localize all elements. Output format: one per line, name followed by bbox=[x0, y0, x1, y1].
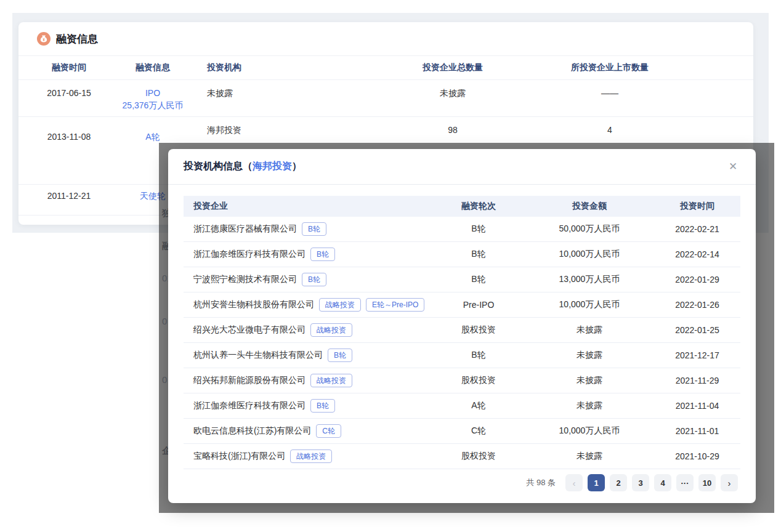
pagination-total: 共 98 条 bbox=[526, 477, 556, 488]
modal-title-paren-close: ） bbox=[292, 161, 302, 171]
column-header: 投资时间 bbox=[654, 201, 740, 212]
company-name-link[interactable]: 宝略科技(浙江)有限公司 bbox=[193, 451, 285, 462]
round-tag: 战略投资 bbox=[310, 374, 352, 387]
column-header: 投资企业 bbox=[184, 201, 432, 212]
round-tag: 战略投资 bbox=[319, 298, 361, 312]
table-row: 宝略科技(浙江)有限公司战略投资股权投资未披露2021-10-29 bbox=[184, 444, 740, 469]
company-name-link[interactable]: 欧电云信息科技(江苏)有限公司 bbox=[193, 425, 311, 437]
amount-cell: 未披露 bbox=[525, 451, 654, 462]
round-tag: B轮 bbox=[310, 399, 335, 413]
column-header: 投资金额 bbox=[525, 201, 654, 212]
next-page-button[interactable]: › bbox=[721, 474, 738, 491]
company-cell: 绍兴光大芯业微电子有限公司战略投资 bbox=[184, 323, 432, 337]
amount-cell: 未披露 bbox=[525, 350, 654, 361]
date-cell: 2022-01-26 bbox=[654, 300, 740, 310]
financing-round-link[interactable]: 25,376万人民币 bbox=[121, 99, 185, 111]
date-cell: 2021-11-04 bbox=[654, 401, 740, 411]
more-pages-button[interactable]: ··· bbox=[676, 474, 694, 491]
card-title-row: 融资信息 bbox=[18, 22, 753, 55]
date-cell: 2022-01-25 bbox=[654, 325, 740, 335]
page-button[interactable]: 10 bbox=[698, 474, 716, 491]
modal-title-paren-open: （ bbox=[243, 161, 253, 171]
current-page-button[interactable]: 1 bbox=[588, 474, 605, 491]
date-cell: 2021-11-29 bbox=[654, 376, 740, 385]
amount-cell: 10,000万人民币 bbox=[525, 249, 654, 260]
column-header: 融资信息 bbox=[119, 56, 186, 79]
pagination-buttons: ‹1234···10› bbox=[565, 474, 738, 491]
financing-round-link[interactable]: IPO bbox=[121, 87, 185, 99]
table-row: 绍兴光大芯业微电子有限公司战略投资股权投资未披露2022-01-25 bbox=[184, 318, 740, 343]
date-cell: 2021-12-17 bbox=[654, 350, 740, 360]
financing-info-cell: IPO25,376万人民币 bbox=[119, 80, 186, 116]
investor-org-cell[interactable]: 未披露 bbox=[186, 80, 363, 116]
modal-title-text: 投资机构信息 bbox=[184, 161, 243, 171]
round-cell: B轮 bbox=[432, 224, 525, 235]
table-row: 宁波熙宁检测技术有限公司B轮B轮13,000万人民币2022-01-29 bbox=[184, 267, 740, 292]
financing-table-header: 融资时间融资信息投资机构投资企业总数量所投资企业上市数量 bbox=[18, 55, 753, 80]
amount-cell: 未披露 bbox=[525, 375, 654, 386]
card-title: 融资信息 bbox=[56, 32, 98, 46]
financing-round-link[interactable]: A轮 bbox=[121, 131, 185, 143]
company-name-link[interactable]: 绍兴光大芯业微电子有限公司 bbox=[193, 324, 306, 336]
financing-time-cell: 2013-11-08 bbox=[18, 117, 119, 184]
modal-body: 投资企业融资轮次投资金额投资时间 浙江德康医疗器械有限公司B轮B轮50,000万… bbox=[168, 185, 756, 491]
modal-header: 投资机构信息（海邦投资） ✕ bbox=[168, 149, 756, 185]
company-name-link[interactable]: 浙江德康医疗器械有限公司 bbox=[193, 224, 297, 235]
company-cell: 绍兴拓邦新能源股份有限公司战略投资 bbox=[184, 374, 432, 387]
amount-cell: 未披露 bbox=[525, 400, 654, 411]
round-tag: C轮 bbox=[316, 424, 341, 438]
company-name-link[interactable]: 浙江伽奈维医疗科技有限公司 bbox=[193, 249, 306, 260]
company-cell: 宝略科技(浙江)有限公司战略投资 bbox=[184, 449, 432, 463]
table-row: 杭州认养一头牛生物科技有限公司B轮B轮未披露2021-12-17 bbox=[184, 343, 740, 368]
round-tag: 战略投资 bbox=[290, 449, 332, 463]
page-button[interactable]: 3 bbox=[632, 474, 649, 491]
amount-cell: 50,000万人民币 bbox=[525, 224, 654, 235]
column-header: 融资轮次 bbox=[432, 201, 525, 212]
round-cell: B轮 bbox=[432, 249, 525, 260]
company-cell: 浙江伽奈维医疗科技有限公司B轮 bbox=[184, 399, 432, 413]
investment-table-header: 投资企业融资轮次投资金额投资时间 bbox=[184, 196, 740, 217]
round-cell: C轮 bbox=[432, 425, 525, 437]
column-header: 所投资企业上市数量 bbox=[542, 56, 678, 79]
listed-companies-cell: —— bbox=[542, 80, 678, 116]
column-header: 投资机构 bbox=[186, 56, 363, 79]
prev-page-button[interactable]: ‹ bbox=[565, 474, 583, 491]
pagination: 共 98 条 ‹1234···10› bbox=[184, 474, 740, 491]
round-tag: B轮 bbox=[302, 273, 326, 286]
date-cell: 2021-10-29 bbox=[654, 451, 740, 461]
date-cell: 2021-11-01 bbox=[654, 426, 740, 436]
company-cell: 浙江德康医疗器械有限公司B轮 bbox=[184, 222, 432, 236]
company-cell: 宁波熙宁检测技术有限公司B轮 bbox=[184, 273, 432, 286]
total-companies-cell: 未披露 bbox=[363, 80, 542, 116]
round-tag: 战略投资 bbox=[310, 323, 352, 337]
column-header: 投资企业总数量 bbox=[363, 56, 542, 79]
table-row: 欧电云信息科技(江苏)有限公司C轮C轮10,000万人民币2021-11-01 bbox=[184, 419, 740, 444]
round-cell: A轮 bbox=[432, 400, 525, 411]
amount-cell: 未披露 bbox=[525, 324, 654, 336]
close-icon[interactable]: ✕ bbox=[726, 160, 740, 174]
page-button[interactable]: 4 bbox=[654, 474, 671, 491]
investment-table-body: 浙江德康医疗器械有限公司B轮B轮50,000万人民币2022-02-21浙江伽奈… bbox=[184, 217, 740, 469]
institution-link[interactable]: 海邦投资 bbox=[253, 161, 292, 171]
table-row: 浙江伽奈维医疗科技有限公司B轮B轮10,000万人民币2022-02-14 bbox=[184, 242, 740, 267]
ghost-text-fragment: 0 bbox=[162, 316, 167, 326]
table-row: 杭州安誉生物科技股份有限公司战略投资E轮～Pre-IPOPre-IPO10,00… bbox=[184, 292, 740, 318]
date-cell: 2022-02-14 bbox=[654, 249, 740, 259]
date-cell: 2022-01-29 bbox=[654, 275, 740, 284]
company-name-link[interactable]: 杭州安誉生物科技股份有限公司 bbox=[193, 299, 314, 310]
table-row: 2017-06-15IPO25,376万人民币未披露未披露—— bbox=[18, 80, 753, 117]
company-name-link[interactable]: 浙江伽奈维医疗科技有限公司 bbox=[193, 400, 306, 411]
amount-cell: 10,000万人民币 bbox=[525, 425, 654, 437]
page-button[interactable]: 2 bbox=[610, 474, 627, 491]
ghost-text-fragment: 0 bbox=[162, 374, 167, 385]
amount-cell: 10,000万人民币 bbox=[525, 299, 654, 310]
company-cell: 杭州安誉生物科技股份有限公司战略投资E轮～Pre-IPO bbox=[184, 298, 432, 312]
company-name-link[interactable]: 宁波熙宁检测技术有限公司 bbox=[193, 274, 297, 285]
company-cell: 杭州认养一头牛生物科技有限公司B轮 bbox=[184, 349, 432, 362]
table-row: 绍兴拓邦新能源股份有限公司战略投资股权投资未披露2021-11-29 bbox=[184, 368, 740, 393]
company-name-link[interactable]: 杭州认养一头牛生物科技有限公司 bbox=[193, 350, 323, 361]
company-name-link[interactable]: 绍兴拓邦新能源股份有限公司 bbox=[193, 375, 306, 386]
modal-title: 投资机构信息（海邦投资） bbox=[184, 160, 302, 173]
round-tag: B轮 bbox=[302, 222, 326, 236]
investor-info-modal: 投资机构信息（海邦投资） ✕ 投资企业融资轮次投资金额投资时间 浙江德康医疗器械… bbox=[168, 149, 756, 503]
